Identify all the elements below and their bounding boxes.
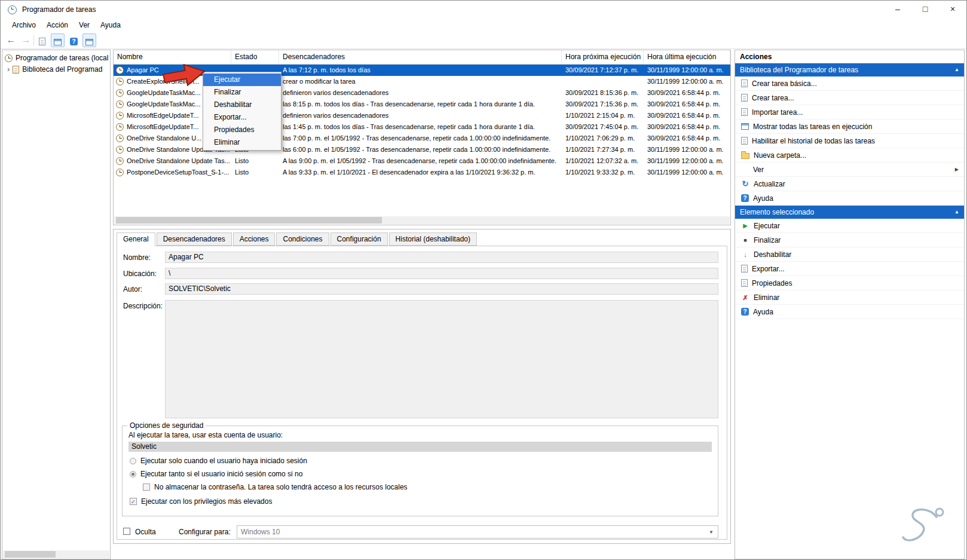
menubar: ArchivoAcciónVerAyuda — [2, 19, 967, 32]
account-value: Solvetic — [128, 442, 712, 452]
export-list-button[interactable] — [35, 33, 49, 47]
tab-acciones[interactable]: Acciones — [233, 232, 276, 246]
action-item-ayuda[interactable]: ?Ayuda — [735, 305, 964, 319]
task-triggers-cell: las 7:00 p. m. el 1/05/1992 - Tras desen… — [279, 133, 562, 144]
menu-ayuda[interactable]: Ayuda — [95, 19, 126, 32]
context-menu-item-finalizar[interactable]: Finalizar — [203, 86, 281, 99]
tab-desencadenadores[interactable]: Desencadenadores — [157, 232, 232, 246]
column-header-estado[interactable]: Estado — [231, 50, 279, 64]
author-field: SOLVETIC\Solvetic — [165, 283, 718, 295]
tab-configuracion[interactable]: Configuración — [331, 232, 388, 246]
tab-historial-deshabilitado[interactable]: Historial (deshabilitado) — [389, 232, 477, 246]
action-item-nueva-carpeta[interactable]: Nueva carpeta... — [735, 148, 964, 163]
action-item-deshabilitar[interactable]: ↓Deshabilitar — [735, 247, 964, 262]
back-button[interactable]: ← — [4, 33, 18, 47]
action-section-header-elemento-seleccionado[interactable]: Elemento seleccionado▲ — [735, 206, 964, 219]
app-icon — [8, 5, 17, 14]
action-item-ejecutar[interactable]: ▶Ejecutar — [735, 219, 964, 233]
context-menu-item-exportar[interactable]: Exportar... — [203, 111, 281, 124]
context-menu-item-deshabilitar[interactable]: Deshabilitar — [203, 99, 281, 111]
context-menu-item-propiedades[interactable]: Propiedades — [203, 124, 281, 136]
tree-horizontal-scrollbar[interactable] — [3, 550, 109, 558]
scrollbar-thumb[interactable] — [5, 551, 56, 558]
chevron-right-icon: ▶ — [955, 163, 959, 177]
action-item-crear-tarea[interactable]: Crear tarea... — [735, 91, 964, 105]
close-button[interactable]: × — [939, 1, 966, 19]
checkbox-no-store-password[interactable]: No almacenar la contraseña. La tarea sol… — [143, 482, 408, 492]
clock-icon — [116, 112, 124, 120]
tab-general[interactable]: General — [117, 232, 155, 246]
action-item-mostrar-todas-las-tareas-en-ejecucion[interactable]: Mostrar todas las tareas en ejecución — [735, 120, 964, 134]
show-action-pane-button[interactable] — [82, 33, 96, 47]
action-item-finalizar[interactable]: ■Finalizar — [735, 233, 964, 247]
task-estado-cell: Listo — [231, 155, 279, 167]
checkbox-label: Ejecutar con los privilegios más elevado… — [141, 497, 272, 506]
task-row[interactable]: PostponeDeviceSetupToast_S-1-...ListoA l… — [114, 167, 730, 178]
checkbox-highest-privileges[interactable]: ✓ Ejecutar con los privilegios más eleva… — [130, 497, 272, 506]
menu-archivo[interactable]: Archivo — [7, 19, 41, 32]
context-menu-item-eliminar[interactable]: Eliminar — [203, 136, 281, 149]
action-item-propiedades[interactable]: Propiedades — [735, 276, 964, 290]
name-field: Apagar PC — [165, 252, 718, 263]
create-task-icon — [741, 94, 748, 102]
action-item-ver[interactable]: Ver▶ — [735, 163, 964, 177]
action-item-exportar[interactable]: Exportar... — [735, 262, 964, 276]
spacer-icon — [741, 166, 749, 173]
general-tab-content: Nombre: Apagar PC Ubicación: \ Autor: SO… — [117, 246, 727, 540]
help-icon: ? — [70, 38, 78, 45]
tree-item-task-scheduler-root[interactable]: Programador de tareas (local — [5, 53, 109, 63]
task-next-cell: 1/10/2021 7:27:34 p. m. — [562, 144, 644, 155]
create-basic-task-icon — [741, 79, 748, 87]
action-item-crear-tarea-basica[interactable]: Crear tarea básica... — [735, 76, 964, 91]
tab-condiciones[interactable]: Condiciones — [276, 232, 329, 246]
column-header-hora-proxima-ejecucion[interactable]: Hora próxima ejecución — [562, 50, 644, 64]
action-item-importar-tarea[interactable]: Importar tarea... — [735, 105, 964, 120]
forward-button[interactable]: → — [19, 33, 33, 47]
task-list-horizontal-scrollbar[interactable] — [114, 216, 730, 224]
action-item-ayuda[interactable]: ?Ayuda — [735, 191, 964, 206]
action-item-eliminar[interactable]: ✗Eliminar — [735, 290, 964, 305]
task-next-cell: 30/09/2021 7:45:04 p. m. — [562, 121, 644, 133]
help-icon: ? — [741, 194, 749, 202]
account-instruction: Al ejecutar la tarea, usar esta cuenta d… — [128, 431, 283, 439]
column-header-hora-ultima-ejecucion[interactable]: Hora última ejecución — [644, 50, 730, 64]
location-label: Ubicación: — [123, 270, 157, 278]
action-item-label: Ayuda — [753, 191, 964, 206]
tree-item-task-scheduler-library[interactable]: › Biblioteca del Programad — [5, 64, 109, 75]
task-last-cell: 30/11/1999 12:00:00 a. m. — [644, 65, 730, 76]
action-item-label: Mostrar todas las tareas en ejecución — [753, 120, 964, 134]
maximize-button[interactable]: □ — [911, 1, 939, 19]
minimize-button[interactable]: – — [884, 1, 911, 19]
action-item-habilitar-el-historial-de-todas-las-tareas[interactable]: Habilitar el historial de todas las tare… — [735, 134, 964, 148]
column-header-desencadenadores[interactable]: Desencadenadores — [279, 50, 562, 64]
show-console-tree-button[interactable] — [51, 33, 65, 47]
hidden-checkbox[interactable] — [123, 528, 130, 535]
action-item-actualizar[interactable]: ↻Actualizar — [735, 177, 964, 191]
task-triggers-cell: definieron varios desencadenadores — [279, 87, 562, 99]
export-icon — [741, 265, 748, 273]
description-label: Descripción: — [123, 302, 163, 310]
task-name: GoogleUpdateTaskMac... — [127, 87, 201, 99]
chevron-right-icon[interactable]: › — [7, 64, 10, 75]
help-button[interactable]: ? — [67, 33, 81, 47]
task-row[interactable]: OneDrive Standalone Update Tas...ListoA … — [114, 155, 730, 167]
action-item-label: Ayuda — [753, 305, 964, 319]
menu-accion[interactable]: Acción — [41, 19, 74, 32]
radio-run-logged-on-or-not[interactable]: Ejecutar tanto si el usuario inició sesi… — [130, 469, 302, 479]
task-next-cell: 30/09/2021 7:12:37 p. m. — [562, 65, 644, 76]
column-header-nombre[interactable]: Nombre — [114, 50, 231, 64]
context-menu-item-ejecutar[interactable]: Ejecutar — [203, 74, 281, 86]
chevron-up-icon: ▲ — [954, 63, 959, 76]
delete-icon: ✗ — [741, 293, 749, 302]
details-tabs: GeneralDesencadenadoresAccionesCondicion… — [117, 232, 478, 246]
action-pane-icon — [85, 39, 93, 45]
task-last-cell: 30/09/2021 6:58:44 p. m. — [644, 87, 730, 99]
scrollbar-thumb[interactable] — [116, 217, 382, 224]
action-section-header-biblioteca-del-programador-de-tareas[interactable]: Biblioteca del Programador de tareas▲ — [735, 63, 964, 76]
checkbox-label: No almacenar la contraseña. La tarea sol… — [154, 482, 408, 492]
details-footer: Oculta Configurar para: Windows 10 ▼ — [122, 525, 718, 539]
action-item-label: Nueva carpeta... — [754, 148, 964, 163]
configure-for-dropdown[interactable]: Windows 10 ▼ — [237, 525, 718, 538]
menu-ver[interactable]: Ver — [74, 19, 95, 32]
radio-run-only-logged-on[interactable]: Ejecutar solo cuando el usuario haya ini… — [130, 456, 307, 466]
